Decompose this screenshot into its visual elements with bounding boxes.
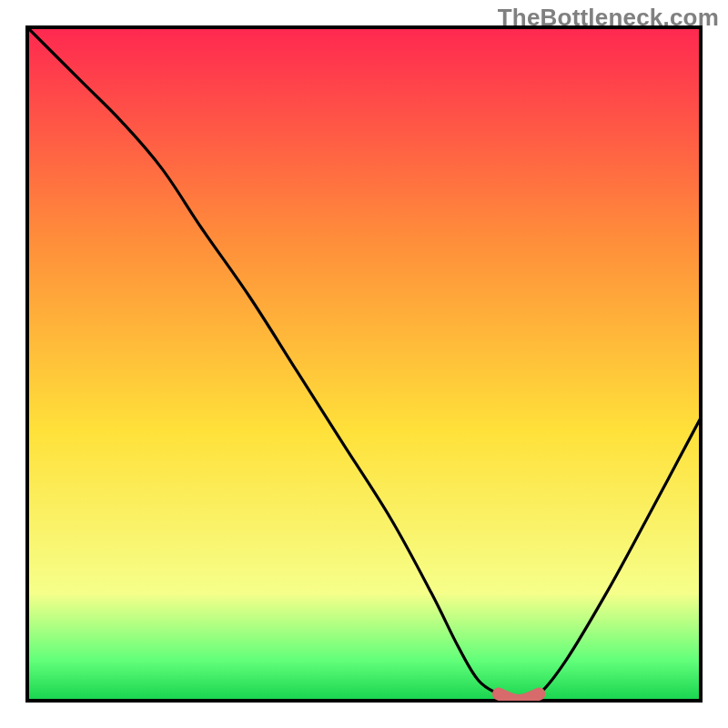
chart-stage: TheBottleneck.com [0,0,728,728]
optimal-range-highlight [499,694,539,701]
bottleneck-chart [0,0,728,728]
watermark-label: TheBottleneck.com [498,4,719,32]
